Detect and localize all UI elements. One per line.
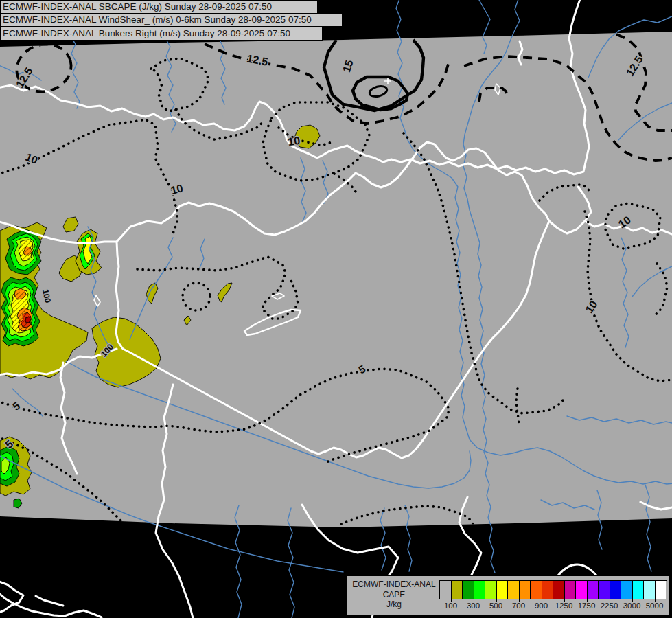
colorbar: 10030050070090012501750225030005000 [439,580,666,612]
colorbar-swatch [452,581,463,599]
legend-parameter: CAPE [350,590,438,600]
colorbar-tick-label: 900 [535,602,548,610]
colorbar-swatch [621,581,633,599]
legend-panel: ECMWF-INDEX-ANAL CAPE J/kg 1003005007009… [347,575,669,615]
weather-map-canvas: 12.512.512.5151010101010555100100 [0,0,672,618]
colorbar-tick-label: 1750 [578,602,596,610]
colorbar-swatch [599,581,610,599]
colorbar-swatch [633,581,645,599]
colorbar-swatches [439,580,667,599]
colorbar-swatch [497,581,509,599]
colorbar-tick-label: 700 [512,602,525,610]
title-bar-windshear: ECMWF-INDEX-ANAL WindShear_ (m/s) 0-6km … [0,13,343,27]
colorbar-swatch [474,581,486,599]
contour-label: 10 [287,135,301,148]
colorbar-swatch [463,581,474,599]
colorbar-tick-label: 1250 [555,602,573,610]
legend-model-name: ECMWF-INDEX-ANAL [350,580,438,590]
title-bar-sbcape: ECMWF-INDEX-ANAL SBCAPE (J/kg) Sunday 28… [0,0,318,14]
colorbar-swatch [440,581,452,599]
colorbar-tick-label: 100 [444,602,457,610]
colorbar-swatch [565,581,577,599]
colorbar-tick-label: 2250 [601,602,618,610]
colorbar-tick-label: 5000 [646,602,664,610]
colorbar-tick-label: 500 [489,602,502,610]
colorbar-swatch [610,581,622,599]
legend-unit: J/kg [350,599,438,610]
title-bar-bunkers: ECMWF-INDEX-ANAL Bunkers Right (m/s) Sun… [0,27,323,41]
colorbar-swatch [553,581,565,599]
colorbar-swatch [644,581,656,599]
colorbar-swatch [542,581,554,599]
colorbar-swatch [485,581,497,599]
colorbar-tick-label: 3000 [623,602,641,610]
colorbar-swatch [508,581,520,599]
colorbar-swatch [656,581,667,599]
colorbar-swatch [520,581,531,599]
colorbar-swatch [588,581,599,599]
colorbar-swatch [531,581,542,599]
colorbar-swatch [576,581,588,599]
colorbar-labels: 10030050070090012501750225030005000 [439,599,666,612]
legend-title-block: ECMWF-INDEX-ANAL CAPE J/kg [350,580,438,610]
weather-map-page: 12.512.512.5151010101010555100100 ECMWF-… [0,0,672,618]
colorbar-tick-label: 300 [467,602,480,610]
